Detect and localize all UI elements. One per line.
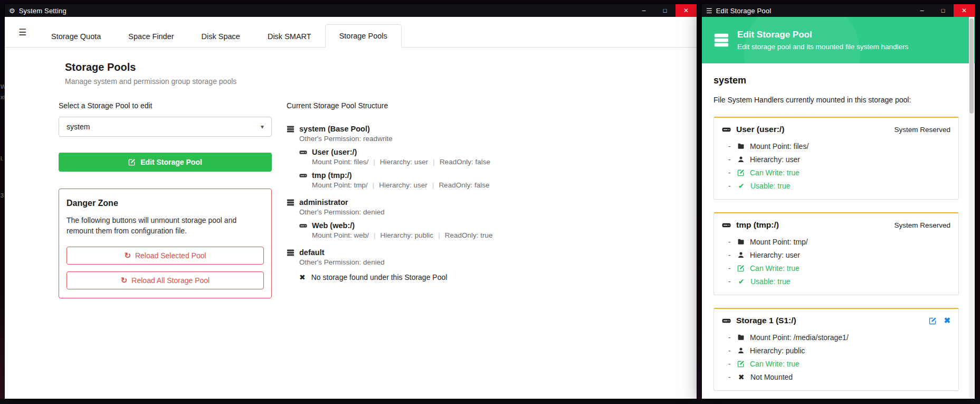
user-icon xyxy=(737,156,745,163)
row-text: Hierarchy: user xyxy=(750,155,800,164)
handler-card-tmp: tmp (tmp:/) System Reserved - Mount Poin… xyxy=(713,212,959,295)
drive-icon xyxy=(722,125,731,134)
edit-icon xyxy=(737,169,745,176)
pool-name: system (Base Pool) xyxy=(299,125,370,133)
handler-card-storage1: Storage 1 (S1:/) ✖ - Mount Point: /media… xyxy=(713,308,959,391)
handler-row: - ✔ Usable: true xyxy=(722,182,950,190)
handler-name: User (user:/) xyxy=(736,125,784,134)
row-text: Mount Point: files/ xyxy=(750,142,808,151)
edit-window-titlebar[interactable]: ☰ Edit Storage Pool – □ ✕ xyxy=(702,4,975,17)
tab-disk-smart[interactable]: Disk SMART xyxy=(254,25,325,48)
maximize-button[interactable]: □ xyxy=(654,4,675,17)
dash: - xyxy=(728,142,732,151)
minimize-button[interactable]: – xyxy=(911,4,933,17)
tab-storage-quota[interactable]: Storage Quota xyxy=(37,25,115,48)
drive-icon xyxy=(722,221,731,230)
separator: | xyxy=(373,158,375,166)
dash: - xyxy=(728,373,732,381)
separator: | xyxy=(374,231,376,239)
handler-name: Storage 1 (S1:/) xyxy=(736,316,796,325)
row-text: Not Mounted xyxy=(750,373,793,381)
refresh-icon: ↻ xyxy=(121,276,128,284)
dash: - xyxy=(728,333,732,342)
storage-name: Web (web:/) xyxy=(312,221,355,230)
pool-editor-panel: Select a Storage Pool to edit system ▾ E… xyxy=(59,101,272,298)
tab-bar: ☰ Storage Quota Space Finder Disk Space … xyxy=(5,17,697,48)
server-icon xyxy=(713,32,729,48)
separator: | xyxy=(438,231,440,239)
edit-pool-banner: Edit Storage Pool Edit storage pool and … xyxy=(702,17,975,63)
system-reserved-badge: System Reserved xyxy=(894,126,950,134)
storage-mount: Mount Point: web/ xyxy=(312,231,369,239)
minimize-button[interactable]: – xyxy=(633,4,654,17)
tab-space-finder[interactable]: Space Finder xyxy=(115,25,187,48)
close-button[interactable]: ✕ xyxy=(954,4,975,17)
maximize-button[interactable]: □ xyxy=(933,4,954,17)
window-title: Edit Storage Pool xyxy=(716,7,772,15)
row-text: Mount Point: tmp/ xyxy=(750,238,808,246)
pool-item: administrator Other's Permission: denied… xyxy=(287,198,492,239)
edit-storage-pool-button[interactable]: Edit Storage Pool xyxy=(59,153,272,172)
pool-structure-panel: Current Storage Pool Structure system (B… xyxy=(287,101,492,298)
handler-row: - ✔ Usable: true xyxy=(722,277,950,286)
row-text: Can Write: true xyxy=(750,360,800,368)
chevron-down-icon: ▾ xyxy=(261,123,264,130)
dash: - xyxy=(728,277,732,286)
row-text: Usable: true xyxy=(750,277,790,286)
close-button[interactable]: ✕ xyxy=(675,4,697,17)
storage-item: Web (web:/) Mount Point: web/|Hierarchy:… xyxy=(299,221,492,239)
pool-permission: Other's Permission: denied xyxy=(299,208,492,216)
empty-pool-notice: ✖ No storage found under this Storage Po… xyxy=(299,273,492,281)
reload-all-pool-button[interactable]: ↻ Reload All Storage Pool xyxy=(66,271,264,289)
x-mark-icon: ✖ xyxy=(299,273,306,281)
dash: - xyxy=(728,168,732,177)
handler-row: - Hierarchy: public xyxy=(722,346,950,355)
edited-pool-name: system xyxy=(713,75,959,86)
edit-handler-button[interactable] xyxy=(929,317,937,325)
row-text: Mount Point: /media/storage1/ xyxy=(750,333,849,342)
edit-icon xyxy=(737,265,745,272)
handler-row: - ✖ Not Mounted xyxy=(722,373,950,381)
handler-row: - Can Write: true xyxy=(722,168,950,177)
pool-select-value: system xyxy=(66,123,90,131)
check-icon: ✔ xyxy=(737,278,745,285)
storage-hierarchy: Hierarchy: user xyxy=(379,181,427,189)
dash: - xyxy=(728,264,732,273)
pool-permission: Other's Permission: denied xyxy=(299,258,492,266)
tab-storage-pools[interactable]: Storage Pools xyxy=(325,24,402,48)
dash: - xyxy=(728,360,732,368)
system-setting-window: ⚙ System Setting – □ ✕ ☰ Storage Quota S… xyxy=(5,4,697,399)
menu-icon[interactable]: ☰ xyxy=(18,26,26,37)
handler-row: - Can Write: true xyxy=(722,264,950,273)
main-window-titlebar[interactable]: ⚙ System Setting – □ ✕ xyxy=(5,4,697,17)
reload-selected-pool-button[interactable]: ↻ Reload Selected Pool xyxy=(66,247,264,265)
refresh-icon: ↻ xyxy=(124,251,131,259)
pool-item: system (Base Pool) Other's Permission: r… xyxy=(287,125,492,189)
taskbar[interactable] xyxy=(0,399,980,404)
pool-permission: Other's Permission: readwrite xyxy=(299,135,492,143)
reload-selected-pool-label: Reload Selected Pool xyxy=(135,251,206,260)
drive-icon xyxy=(722,316,731,325)
storage-readonly: ReadOnly: false xyxy=(440,158,490,166)
handler-card-user: User (user:/) System Reserved - Mount Po… xyxy=(713,117,959,200)
storage-hierarchy: Hierarchy: user xyxy=(380,158,429,166)
storage-item: tmp (tmp:/) Mount Point: tmp/|Hierarchy:… xyxy=(299,171,492,189)
danger-zone-card: Danger Zone The following buttons will u… xyxy=(59,189,272,298)
storage-hierarchy: Hierarchy: public xyxy=(380,231,434,239)
separator: | xyxy=(432,181,434,189)
storage-name: User (user:/) xyxy=(312,148,357,156)
remove-handler-button[interactable]: ✖ xyxy=(944,316,950,325)
reload-all-pool-label: Reload All Storage Pool xyxy=(131,276,210,285)
storage-readonly: ReadOnly: true xyxy=(445,231,493,239)
pool-select-label: Select a Storage Pool to edit xyxy=(59,101,272,110)
separator: | xyxy=(433,158,435,166)
check-icon: ✔ xyxy=(737,182,745,190)
user-icon xyxy=(737,251,745,259)
handler-row: - Mount Point: /media/storage1/ xyxy=(722,333,950,342)
scrollbar-thumb[interactable] xyxy=(969,18,974,114)
pool-select[interactable]: system ▾ xyxy=(59,117,272,137)
tab-disk-space[interactable]: Disk Space xyxy=(188,25,254,48)
scrollbar[interactable] xyxy=(969,17,974,398)
user-icon xyxy=(737,347,745,354)
menu-icon: ☰ xyxy=(706,7,712,15)
